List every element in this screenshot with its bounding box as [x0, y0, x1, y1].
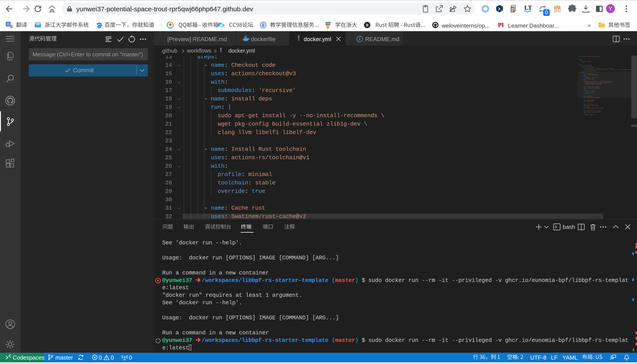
svg-text:LT: LT [524, 4, 532, 11]
svg-text:0: 0 [545, 9, 548, 16]
svg-text:G: G [7, 22, 10, 26]
svg-text:98: 98 [220, 24, 223, 27]
svg-text:du: du [98, 26, 100, 28]
svg-text:R: R [366, 23, 369, 28]
svg-text:Y: Y [608, 5, 612, 12]
